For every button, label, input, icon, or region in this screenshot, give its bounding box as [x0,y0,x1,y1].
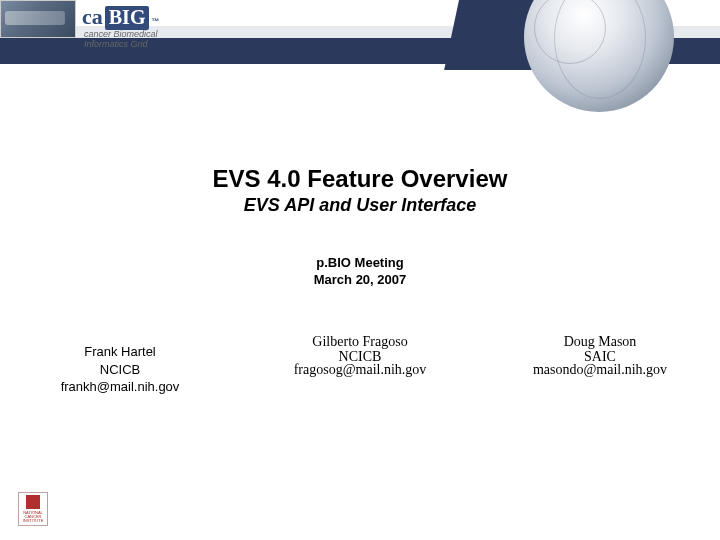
author-block: Frank Hartel NCICB frankh@mail.nih.gov [0,333,240,396]
author-name: Frank Hartel [0,343,240,361]
author-org: NCICB [240,352,480,361]
globe-icon [524,0,674,112]
title-block: EVS 4.0 Feature Overview EVS API and Use… [0,165,720,216]
logo-subtitle-line2: Informatics Grid [84,40,292,50]
header-banner: caBIG™ cancer Biomedical Informatics Gri… [0,0,720,65]
author-email: frankh@mail.nih.gov [0,378,240,396]
nci-logo-mark [26,495,40,509]
slide-subtitle: EVS API and User Interface [0,195,720,216]
author-block: Doug Mason SAIC masondo@mail.nih.gov [480,333,720,396]
nci-logo: NATIONAL CANCER INSTITUTE [18,492,48,526]
meeting-date: March 20, 2007 [0,272,720,289]
logo-trademark: ™ [151,17,159,26]
author-org: NCICB [0,361,240,379]
authors-row: Frank Hartel NCICB frankh@mail.nih.gov G… [0,333,720,396]
author-org: SAIC [480,352,720,361]
author-email: fragosog@mail.nih.gov [240,361,480,380]
meeting-info: p.BIO Meeting March 20, 2007 [0,255,720,289]
cabig-logo: caBIG™ cancer Biomedical Informatics Gri… [82,4,292,38]
meeting-name: p.BIO Meeting [0,255,720,272]
author-email: masondo@mail.nih.gov [480,361,720,380]
slide-title: EVS 4.0 Feature Overview [0,165,720,193]
author-block: Gilberto Fragoso NCICB fragosog@mail.nih… [240,333,480,396]
nci-logo-text: NATIONAL CANCER INSTITUTE [19,511,47,523]
logo-prefix: ca [82,4,103,30]
logo-main: BIG [105,6,150,30]
banner-thumbnail [0,0,76,38]
